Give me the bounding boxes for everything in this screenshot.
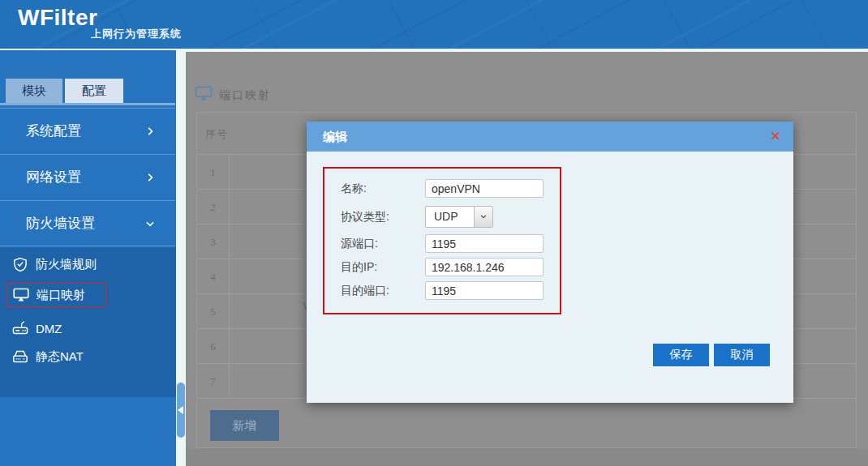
edit-modal: 编辑 ✕ 名称: 协议类型: UDP 源端口: 目的IP: 目的端口: 保存 取… [307, 122, 793, 403]
tab-config[interactable]: 配置 [65, 79, 123, 103]
protocol-label: 协议类型: [341, 210, 389, 224]
modal-title: 编辑 [323, 122, 347, 152]
dest-port-label: 目的端口: [341, 284, 389, 298]
sidebar-item-static-nat[interactable]: 静态NAT [6, 344, 84, 369]
row-index: 7 [197, 364, 230, 398]
sidebar-item-label: 端口映射 [37, 288, 85, 303]
wfilter-app: WFilter 上网行为管理系统 模块 配置 系统配置 网络设置 防火墙设置 [0, 0, 868, 466]
screen-share-icon [13, 288, 29, 302]
brand-logo: WFilter [18, 5, 97, 31]
chevron-right-icon [144, 126, 156, 137]
shield-check-icon [12, 257, 28, 271]
section-label: 系统配置 [26, 109, 81, 154]
content-footer-strip [186, 448, 868, 466]
sidebar-item-dmz[interactable]: DMZ [6, 316, 62, 340]
row-index: 4 [197, 259, 230, 293]
dest-port-field[interactable] [425, 281, 544, 300]
row-index: 3 [197, 224, 230, 259]
section-label: 防火墙设置 [26, 201, 95, 246]
sidebar: 模块 配置 系统配置 网络设置 防火墙设置 [0, 50, 176, 466]
dest-ip-field[interactable] [425, 258, 544, 276]
nat-device-icon [12, 349, 28, 364]
app-header: WFilter 上网行为管理系统 [0, 0, 868, 49]
dest-ip-label: 目的IP: [341, 260, 377, 275]
row-index: 2 [197, 190, 230, 224]
sidebar-section-network-settings[interactable]: 网络设置 [0, 154, 175, 200]
protocol-select[interactable]: UDP [425, 206, 493, 228]
tab-modules[interactable]: 模块 [6, 79, 62, 103]
router-icon [12, 321, 28, 336]
sidebar-section-system-config[interactable]: 系统配置 [0, 108, 175, 154]
chevron-left-icon [178, 406, 183, 414]
brand-subtitle: 上网行为管理系统 [91, 27, 182, 41]
cancel-button[interactable]: 取消 [714, 344, 770, 366]
sidebar-nav: 系统配置 网络设置 防火墙设置 [0, 108, 175, 246]
save-button[interactable]: 保存 [653, 344, 709, 366]
sidebar-item-label: DMZ [36, 322, 62, 336]
close-icon[interactable]: ✕ [770, 129, 780, 143]
screen-share-icon [195, 86, 213, 101]
tab-underline [0, 103, 175, 105]
source-port-label: 源端口: [341, 237, 378, 251]
section-label: 网络设置 [26, 155, 81, 200]
chevron-right-icon [144, 172, 156, 183]
source-port-field[interactable] [425, 234, 544, 253]
name-field[interactable] [425, 179, 544, 198]
sidebar-item-port-mapping[interactable]: 端口映射 [6, 283, 106, 307]
row-index: 1 [197, 155, 230, 189]
chevron-down-icon [144, 218, 156, 229]
sidebar-item-firewall-rules[interactable]: 防火墙规则 [6, 252, 97, 276]
add-button[interactable]: 新增 [210, 410, 279, 441]
column-header-index: 序号 [205, 127, 228, 142]
page-title: 端口映射 [219, 88, 271, 103]
name-label: 名称: [341, 182, 367, 196]
sidebar-section-firewall-settings[interactable]: 防火墙设置 [0, 200, 175, 246]
modal-header: 编辑 ✕ [307, 122, 793, 152]
sidebar-item-label: 静态NAT [36, 349, 84, 365]
sidebar-item-label: 防火墙规则 [36, 257, 97, 272]
protocol-select-value: UDP [434, 210, 458, 223]
row-index: 5 [197, 294, 230, 328]
firewall-submenu: 防火墙规则 端口映射 DMZ 静态NAT [0, 247, 176, 397]
sidebar-collapse-handle[interactable] [177, 383, 185, 438]
row-index: 6 [197, 329, 230, 363]
chevron-down-icon [474, 207, 492, 227]
